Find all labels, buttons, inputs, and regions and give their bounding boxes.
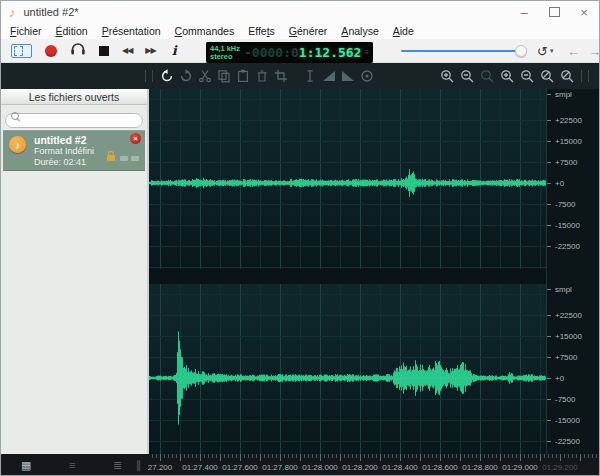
zoom-selection-button[interactable] [477, 67, 497, 85]
rewind-button[interactable]: ◀◀ [122, 46, 132, 55]
delete-button[interactable] [252, 67, 271, 85]
transport-buttons: ◀◀ ▶▶ i [1, 41, 180, 60]
toolbar-grip[interactable] [145, 70, 153, 82]
file-duration: Durée: 02:41 [34, 157, 86, 167]
axis-label-ch1: -7500 [547, 200, 575, 209]
time-readout-value: 1:12.562 [299, 45, 362, 60]
slider-track [401, 50, 521, 52]
insert-silence-button[interactable] [300, 67, 319, 85]
play-monitor-button[interactable] [70, 41, 86, 60]
title-bar: ♪ untitled #2* – × [1, 1, 599, 23]
menu-item-generer[interactable]: Générer [282, 25, 335, 37]
timeline-label: 01:28.200 [342, 463, 378, 472]
gain-icon [360, 69, 374, 83]
ruler-ticks-major [149, 454, 600, 461]
close-button[interactable]: × [569, 1, 599, 23]
zoom-fit-button[interactable] [497, 67, 517, 85]
gain-button[interactable] [357, 67, 376, 85]
paste-icon [236, 69, 250, 83]
nav-forward-button[interactable]: → [588, 44, 600, 59]
cut-button[interactable] [195, 67, 214, 85]
menu-item-analyse[interactable]: Analyse [334, 25, 385, 37]
copy-icon [217, 69, 231, 83]
stereo-waveform [149, 89, 546, 454]
axis-label-ch2: smpl [547, 285, 572, 294]
timeline-label: 01:29.200 [542, 463, 578, 472]
file-status-icon-2 [131, 156, 139, 161]
stop-button[interactable] [99, 46, 109, 56]
fade-in-icon [322, 69, 336, 83]
view-columns-button[interactable]: ≣ [113, 459, 122, 471]
channel-mode-label: stereo [210, 53, 240, 61]
menu-item-effets[interactable]: Effets [241, 25, 282, 37]
zoom-vertical-button[interactable] [537, 67, 557, 85]
record-button[interactable] [45, 45, 57, 57]
trash-icon [255, 69, 269, 83]
audio-file-icon: ♪ [9, 136, 26, 153]
open-file-item[interactable]: ♪ untitled #2 Format Indéfini Durée: 02:… [3, 130, 145, 171]
sidebar-search [1, 105, 147, 131]
status-bar: ▦ ≡ ≣ ∥ 27.20001:27.40001:27.60001:27.80… [1, 454, 599, 476]
lock-icon [107, 155, 115, 161]
nav-back-button[interactable]: ← [567, 44, 580, 59]
zoom-horizontal-button[interactable] [557, 67, 577, 85]
history-dropdown[interactable]: ↺ ▾ [537, 39, 553, 63]
view-list-button[interactable]: ≡ [69, 459, 75, 471]
view-grip-icon: ∥ [136, 459, 142, 471]
copy-button[interactable] [214, 67, 233, 85]
undo-icon [160, 69, 174, 83]
app-window: ♪ untitled #2* – × FichierÉditionPrésent… [0, 0, 600, 476]
waveform-view[interactable] [149, 89, 546, 454]
zoom-out-button[interactable] [457, 67, 477, 85]
view-table-button[interactable]: ▦ [21, 459, 31, 471]
crop-button[interactable] [271, 67, 290, 85]
zoom-all-button[interactable] [517, 67, 537, 85]
fade-in-button[interactable] [319, 67, 338, 85]
menu-item-fichier[interactable]: Fichier [3, 25, 49, 37]
playback-volume-slider[interactable] [401, 44, 527, 58]
zoom-in-button[interactable] [437, 67, 457, 85]
fade-out-button[interactable] [338, 67, 357, 85]
zoom-vertical-icon [540, 69, 555, 84]
redo-icon [179, 69, 193, 83]
menu-item-commandes[interactable]: Commandes [168, 25, 242, 37]
crop-icon [274, 69, 288, 83]
axis-label-ch1: +0 [547, 179, 564, 188]
ibeam-icon [303, 69, 317, 83]
selection-tool-button[interactable] [11, 44, 32, 58]
timeline-label: 01:28.000 [302, 463, 338, 472]
file-status-icon [120, 156, 128, 161]
zoom-horizontal-icon [560, 69, 575, 84]
sidebar-header: Les fichiers ouverts [1, 89, 147, 105]
axis-label-ch2: -22500 [547, 437, 580, 446]
menu-item-edition[interactable]: Édition [49, 25, 95, 37]
close-file-button[interactable]: × [130, 133, 141, 144]
timeline-label: 01:29.000 [502, 463, 538, 472]
lcd-menu-icon[interactable]: ≡ [364, 48, 369, 57]
toolbar-grip-right[interactable] [581, 70, 589, 82]
menu-item-presentation[interactable]: Présentation [95, 25, 168, 37]
paste-button[interactable] [233, 67, 252, 85]
zoom-in-icon [440, 69, 455, 84]
history-icon: ↺ [537, 44, 548, 59]
info-button[interactable]: i [169, 43, 180, 58]
time-display: 44,1 kHz stereo -0000:01:12.562 ≡ [206, 42, 373, 63]
timeline-label: 27.200 [148, 463, 172, 472]
edit-toolbar [1, 63, 599, 89]
undo-button[interactable] [157, 67, 176, 85]
redo-button[interactable] [176, 67, 195, 85]
selection-region-icon [14, 46, 23, 56]
navigation-buttons: ← → [567, 39, 600, 63]
search-input[interactable] [5, 113, 143, 128]
fade-out-icon [341, 69, 355, 83]
fast-forward-button[interactable]: ▶▶ [145, 46, 155, 55]
timeline-label: 01:28.600 [422, 463, 458, 472]
maximize-button[interactable] [539, 1, 569, 23]
minimize-button[interactable]: – [509, 1, 539, 23]
zoom-fit-icon [500, 69, 515, 84]
menu-item-aide[interactable]: Aide [386, 25, 421, 37]
axis-label-ch2: -7500 [547, 395, 575, 404]
axis-label-ch1: +15000 [547, 137, 582, 146]
headphones-icon [70, 41, 86, 56]
slider-knob[interactable] [515, 45, 527, 57]
